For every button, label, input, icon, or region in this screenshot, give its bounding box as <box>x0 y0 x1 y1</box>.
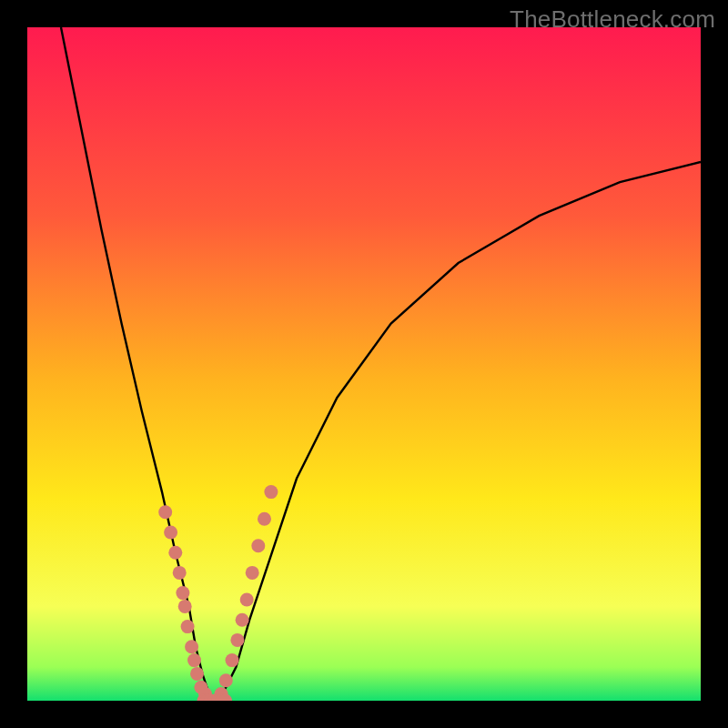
data-point-dot <box>251 539 265 552</box>
data-point-dot <box>240 593 254 607</box>
data-point-dot <box>178 600 192 613</box>
data-point-dot <box>187 653 201 667</box>
data-point-dot <box>258 512 271 526</box>
plot-area <box>27 27 701 701</box>
data-point-dot <box>168 546 182 560</box>
data-point-dot <box>190 667 204 681</box>
data-point-dot <box>264 485 278 499</box>
data-point-dot <box>176 586 189 600</box>
data-point-dot <box>185 640 198 653</box>
data-point-dot <box>236 613 249 627</box>
data-point-dot <box>158 505 172 519</box>
data-point-dot <box>246 566 259 580</box>
data-point-dot <box>226 653 239 667</box>
data-point-dot <box>230 633 244 647</box>
data-point-dot <box>164 526 177 540</box>
bottleneck-chart <box>27 27 701 701</box>
data-point-dot <box>181 620 195 633</box>
data-point-dot <box>173 566 187 580</box>
data-point-dot <box>219 673 233 687</box>
gradient-background <box>27 27 701 701</box>
chart-frame: TheBottleneck.com <box>0 0 728 728</box>
